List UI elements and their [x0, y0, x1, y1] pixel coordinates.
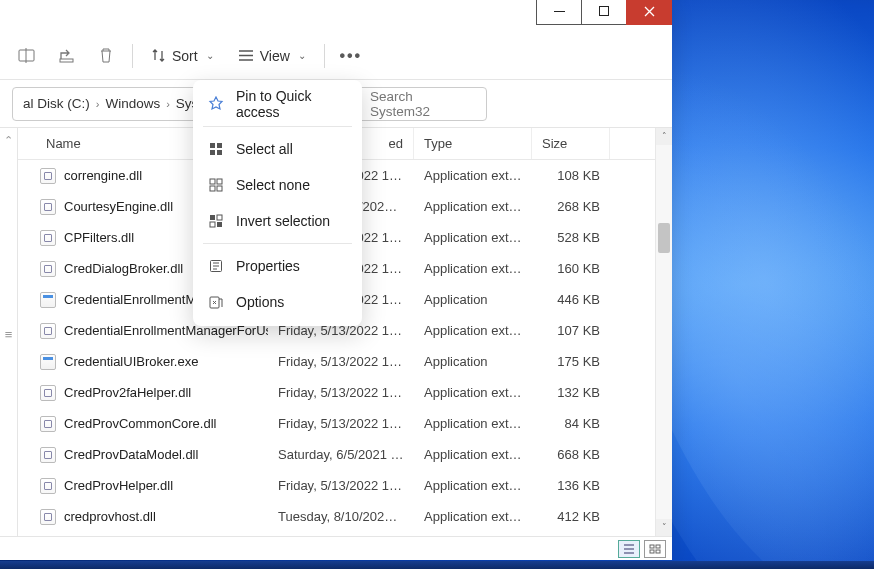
properties-icon	[207, 258, 224, 275]
svg-rect-9	[650, 550, 654, 553]
share-button[interactable]	[48, 38, 84, 74]
chevron-up-icon[interactable]: ⌃	[4, 134, 13, 147]
close-button[interactable]	[626, 0, 672, 25]
chevron-right-icon: ›	[166, 98, 170, 110]
menu-options[interactable]: Options	[193, 284, 362, 320]
chevron-down-icon: ⌄	[298, 50, 306, 61]
table-row[interactable]: CredProvHelper.dllFriday, 5/13/2022 11:0…	[18, 470, 655, 501]
trash-icon	[98, 47, 114, 64]
cell-size: 132 KB	[532, 385, 610, 400]
options-icon	[207, 294, 224, 311]
dll-file-icon	[40, 261, 56, 277]
svg-rect-0	[554, 11, 565, 12]
cell-name: CredentialUIBroker.exe	[18, 354, 268, 370]
cell-size: 160 KB	[532, 261, 610, 276]
minimize-icon	[554, 11, 565, 12]
view-button[interactable]: View ⌄	[228, 42, 316, 70]
delete-button[interactable]	[88, 38, 124, 74]
menu-properties[interactable]: Properties	[193, 248, 362, 284]
nav-pane-collapsed[interactable]: ⌃ ≡	[0, 128, 18, 536]
scroll-thumb[interactable]	[658, 223, 670, 253]
cell-size: 528 KB	[532, 230, 610, 245]
scroll-down-icon[interactable]: ˅	[656, 519, 672, 536]
thumbnails-icon	[649, 544, 661, 554]
column-size[interactable]: Size	[532, 128, 610, 159]
table-row[interactable]: credprovhost.dllTuesday, 8/10/2021 12:…A…	[18, 501, 655, 532]
cell-type: Application exten…	[414, 478, 532, 493]
svg-rect-18	[217, 186, 222, 191]
menu-select-none[interactable]: Select none	[193, 167, 362, 203]
status-bar	[0, 536, 672, 560]
file-name: CredProvDataModel.dll	[64, 447, 198, 462]
cell-type: Application exten…	[414, 385, 532, 400]
column-size-label: Size	[542, 136, 567, 151]
menu-pin-to-quick-access[interactable]: Pin to Quick access	[193, 86, 362, 122]
table-row[interactable]: CredProvCommonCore.dllFriday, 5/13/2022 …	[18, 408, 655, 439]
titlebar	[0, 0, 672, 32]
menu-select-all[interactable]: Select all	[193, 131, 362, 167]
cell-date: Friday, 5/13/2022 11:01…	[268, 385, 414, 400]
table-row[interactable]: CredentialUIBroker.exeFriday, 5/13/2022 …	[18, 346, 655, 377]
dll-file-icon	[40, 168, 56, 184]
exe-file-icon	[40, 354, 56, 370]
search-placeholder: Search System32	[370, 89, 476, 119]
scroll-up-icon[interactable]: ˄	[656, 128, 672, 145]
cell-size: 412 KB	[532, 509, 610, 524]
svg-rect-13	[210, 150, 215, 155]
cell-date: Friday, 5/13/2022 11:01…	[268, 354, 414, 369]
cell-type: Application exten…	[414, 447, 532, 462]
sort-button[interactable]: Sort ⌄	[141, 42, 224, 70]
dll-file-icon	[40, 230, 56, 246]
svg-rect-11	[210, 143, 215, 148]
svg-rect-7	[650, 545, 654, 548]
menu-label: Pin to Quick access	[236, 88, 348, 120]
cell-size: 107 KB	[532, 323, 610, 338]
scroll-track[interactable]	[656, 145, 672, 519]
cell-name: CredProv2faHelper.dll	[18, 385, 268, 401]
file-name: CredDialogBroker.dll	[64, 261, 183, 276]
cell-size: 446 KB	[532, 292, 610, 307]
taskbar[interactable]	[0, 561, 874, 569]
menu-invert-selection[interactable]: Invert selection	[193, 203, 362, 239]
thumbnails-view-button[interactable]	[644, 540, 666, 558]
separator	[203, 243, 352, 244]
cell-date: Saturday, 6/5/2021 12:…	[268, 447, 414, 462]
scrollbar[interactable]: ˄ ˅	[655, 128, 672, 536]
close-icon	[644, 6, 655, 17]
details-icon	[623, 544, 635, 554]
dll-file-icon	[40, 416, 56, 432]
svg-rect-14	[217, 150, 222, 155]
pin-icon	[207, 96, 224, 113]
column-date-label: ed	[389, 136, 403, 151]
table-row[interactable]: CredProv2faHelper.dllFriday, 5/13/2022 1…	[18, 377, 655, 408]
file-name: CredentialUIBroker.exe	[64, 354, 198, 369]
dll-file-icon	[40, 199, 56, 215]
svg-rect-15	[210, 179, 215, 184]
column-type[interactable]: Type	[414, 128, 532, 159]
share-icon	[58, 47, 75, 64]
menu-label: Invert selection	[236, 213, 330, 229]
column-type-label: Type	[424, 136, 452, 151]
svg-rect-10	[656, 550, 660, 553]
more-button[interactable]: •••	[333, 38, 369, 74]
cell-size: 136 KB	[532, 478, 610, 493]
chevron-left-icon[interactable]: ≡	[5, 327, 13, 342]
file-name: CredProvCommonCore.dll	[64, 416, 216, 431]
more-icon: •••	[339, 47, 362, 65]
details-view-button[interactable]	[618, 540, 640, 558]
breadcrumb-part[interactable]: al Disk (C:)	[23, 96, 90, 111]
breadcrumb-part[interactable]: Windows	[105, 96, 160, 111]
svg-rect-21	[210, 222, 215, 227]
sort-icon	[151, 48, 166, 63]
menu-label: Select all	[236, 141, 293, 157]
svg-rect-19	[210, 215, 215, 220]
chevron-right-icon: ›	[96, 98, 100, 110]
maximize-icon	[599, 6, 609, 16]
chevron-down-icon: ⌄	[206, 50, 214, 61]
menu-label: Select none	[236, 177, 310, 193]
table-row[interactable]: CredProvDataModel.dllSaturday, 6/5/2021 …	[18, 439, 655, 470]
cell-type: Application exten…	[414, 509, 532, 524]
minimize-button[interactable]	[536, 0, 582, 25]
maximize-button[interactable]	[581, 0, 627, 25]
rename-button[interactable]	[8, 38, 44, 74]
